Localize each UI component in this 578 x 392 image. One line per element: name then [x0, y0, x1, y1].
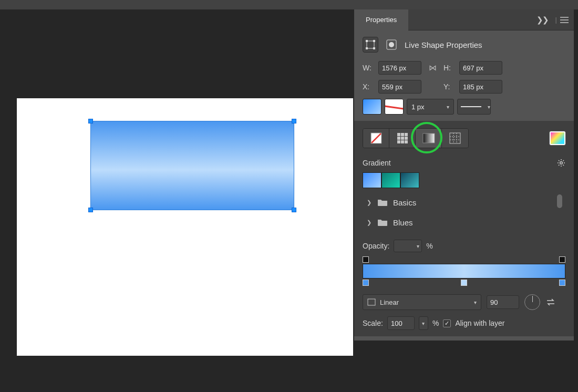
- opacity-stop-right[interactable]: [559, 256, 565, 263]
- panel-header: Properties ❯❯ |: [354, 9, 574, 30]
- scrollbar-thumb[interactable]: [557, 194, 562, 208]
- height-field[interactable]: 697 px: [459, 61, 502, 75]
- align-with-layer-label: Align with layer: [455, 319, 504, 327]
- stroke-width-value: 1 px: [411, 103, 425, 111]
- svg-rect-1: [366, 40, 368, 42]
- svg-rect-3: [366, 47, 368, 49]
- color-picker-swatch[interactable]: [550, 131, 565, 145]
- svg-rect-11: [405, 133, 408, 136]
- opacity-stop-left[interactable]: [363, 256, 369, 263]
- fill-type-pattern[interactable]: [442, 129, 468, 148]
- percent-sign: %: [432, 319, 439, 327]
- angle-field[interactable]: 90: [487, 295, 519, 309]
- canvas[interactable]: [17, 98, 353, 356]
- svg-rect-13: [401, 137, 404, 140]
- svg-rect-2: [373, 40, 375, 42]
- fill-type-gradient[interactable]: [416, 129, 442, 148]
- selected-rectangle-shape[interactable]: [90, 121, 294, 210]
- x-field[interactable]: 559 px: [378, 80, 421, 94]
- chevron-down-icon: ▾: [422, 321, 425, 326]
- angle-dial[interactable]: [524, 294, 540, 310]
- panel-menu-icon[interactable]: [560, 17, 569, 23]
- properties-tab[interactable]: Properties: [354, 9, 408, 30]
- width-label: W:: [363, 64, 374, 72]
- y-label: Y:: [443, 82, 455, 91]
- percent-sign: %: [426, 242, 432, 250]
- chevron-down-icon: ▾: [474, 300, 477, 305]
- svg-rect-14: [405, 137, 408, 140]
- gradient-section-label: Gradient: [363, 159, 391, 167]
- gradient-preset-strip: [363, 172, 565, 188]
- color-stop-start[interactable]: [363, 280, 369, 286]
- svg-rect-19: [450, 133, 460, 143]
- scale-dropdown-button[interactable]: ▾: [419, 316, 428, 330]
- gradient-folder-basics[interactable]: ❯ Basics: [363, 192, 565, 212]
- chevron-right-icon: ❯: [367, 199, 372, 206]
- color-stop-end[interactable]: [559, 280, 565, 286]
- opacity-dropdown[interactable]: ▾: [394, 240, 422, 252]
- svg-rect-15: [397, 140, 400, 143]
- stroke-swatch[interactable]: [385, 99, 404, 115]
- opacity-label: Opacity:: [363, 242, 389, 250]
- section-title: Live Shape Properties: [405, 40, 482, 49]
- properties-panel: Properties ❯❯ | Live Shape Properties W:…: [354, 9, 574, 341]
- topbar-strip: [0, 0, 578, 9]
- svg-rect-18: [423, 133, 435, 143]
- solid-line-icon: [461, 106, 481, 107]
- resize-handle-ne[interactable]: [292, 119, 296, 123]
- panel-body: Live Shape Properties W: 1576 px ⋈ H: 69…: [354, 30, 574, 341]
- align-with-layer-checkbox[interactable]: ✓: [443, 319, 451, 327]
- resize-handle-se[interactable]: [292, 208, 296, 212]
- folder-label: Blues: [393, 218, 413, 227]
- svg-rect-16: [401, 140, 404, 143]
- svg-rect-21: [368, 299, 375, 305]
- gradient-editor[interactable]: [363, 256, 565, 288]
- svg-rect-17: [405, 140, 408, 143]
- scale-label: Scale:: [363, 319, 383, 327]
- fill-swatch[interactable]: [363, 99, 381, 115]
- svg-point-20: [560, 162, 563, 164]
- chevron-right-icon: ❯: [367, 219, 372, 226]
- link-dimensions-icon[interactable]: ⋈: [426, 63, 439, 73]
- folder-icon: [377, 218, 388, 226]
- shape-bounds-icon[interactable]: [363, 37, 378, 53]
- gradient-bar[interactable]: [363, 264, 565, 278]
- fill-type-none[interactable]: [363, 129, 389, 148]
- svg-rect-12: [397, 137, 400, 140]
- folder-icon: [377, 198, 388, 207]
- width-field[interactable]: 1576 px: [378, 61, 421, 75]
- checkmark-icon: ✓: [445, 321, 449, 326]
- resize-handle-nw[interactable]: [88, 119, 93, 123]
- svg-rect-4: [373, 47, 375, 49]
- x-label: X:: [363, 82, 374, 91]
- reverse-gradient-icon[interactable]: [545, 298, 556, 306]
- fill-type-section: Gradient ❯ Basics ❯: [354, 121, 574, 336]
- svg-point-6: [389, 42, 394, 47]
- gear-icon[interactable]: [557, 159, 565, 167]
- divider: |: [555, 16, 557, 24]
- y-field[interactable]: 185 px: [459, 80, 502, 94]
- svg-rect-9: [397, 133, 400, 136]
- chevron-down-icon: ▾: [488, 104, 490, 110]
- collapse-panel-icon[interactable]: ❯❯: [536, 15, 548, 25]
- chevron-down-icon: ▾: [417, 243, 419, 249]
- svg-rect-10: [401, 133, 404, 136]
- gradient-preset[interactable]: [381, 172, 400, 188]
- linear-gradient-icon: [367, 298, 376, 306]
- resize-handle-sw[interactable]: [88, 208, 93, 212]
- gradient-preset[interactable]: [400, 172, 419, 188]
- gradient-type-dropdown[interactable]: Linear ▾: [363, 294, 481, 310]
- color-stop-mid[interactable]: [461, 280, 467, 286]
- folder-label: Basics: [393, 198, 416, 207]
- gradient-preset[interactable]: [363, 172, 381, 188]
- fill-type-solid[interactable]: [389, 129, 416, 148]
- fill-type-group: [363, 128, 469, 148]
- svg-rect-0: [367, 41, 374, 48]
- gradient-folder-blues[interactable]: ❯ Blues: [363, 212, 565, 232]
- stroke-style-dropdown[interactable]: ▾: [457, 99, 491, 115]
- scale-field[interactable]: 100: [387, 316, 415, 330]
- chevron-down-icon: ▾: [447, 104, 449, 110]
- shape-mask-icon[interactable]: [384, 37, 399, 53]
- stroke-width-dropdown[interactable]: 1 px ▾: [407, 99, 454, 115]
- height-label: H:: [443, 64, 455, 72]
